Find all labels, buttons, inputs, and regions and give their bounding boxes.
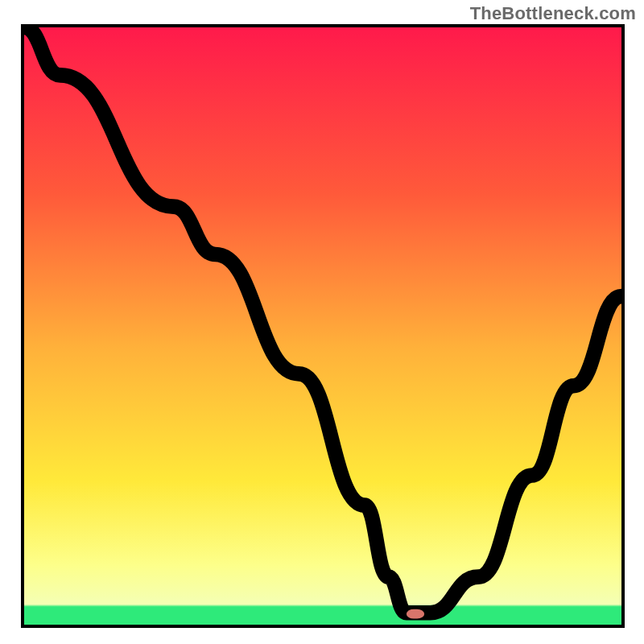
chart-root: TheBottleneck.com	[0, 0, 644, 644]
plot-frame	[21, 24, 625, 628]
current-config-marker	[407, 609, 424, 619]
chart-svg	[24, 27, 621, 625]
watermark-text: TheBottleneck.com	[470, 3, 636, 24]
